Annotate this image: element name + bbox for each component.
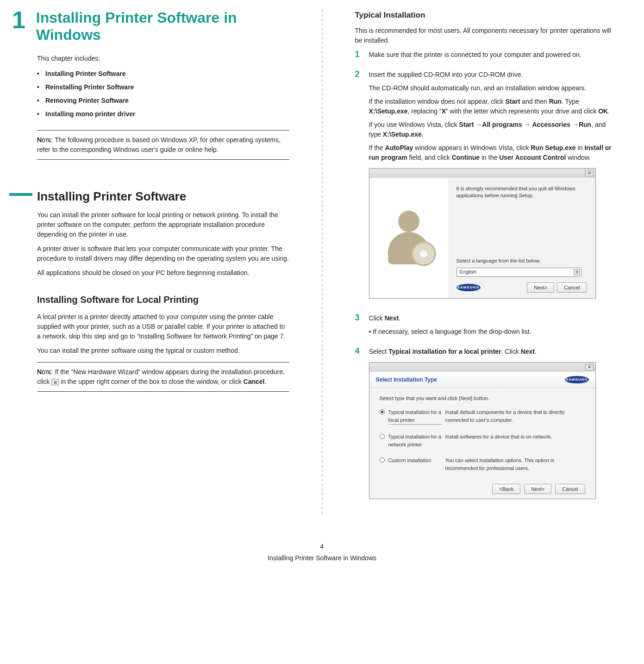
note-text: . [264, 378, 266, 385]
language-label: Select a language from the list below. [456, 257, 587, 265]
step-text: If the installation window does not appe… [369, 97, 617, 116]
section-title: Installing Printer Software [37, 188, 289, 206]
cancel-button[interactable]: Cancel [555, 484, 585, 494]
samsung-logo: SAMSUNG [456, 284, 481, 291]
language-value: English [460, 268, 476, 276]
dialog-illustration [369, 178, 448, 298]
close-icon[interactable]: ✕ [585, 364, 594, 370]
section-stripe-icon [9, 193, 32, 196]
step-text: The CD-ROM should automatically run, and… [369, 83, 617, 93]
page-number: 4 [28, 542, 616, 551]
dialog-titlebar: ✕ [369, 363, 595, 372]
local-note: Note: If the “New Hardware Wizard” windo… [37, 362, 289, 392]
radio-icon[interactable] [380, 409, 385, 414]
step-text: If you use Windows Vista, click Start →A… [369, 120, 617, 139]
chapter-note: Note: The following procedure is based o… [37, 130, 289, 160]
body-text: A printer driver is software that lets y… [37, 244, 289, 263]
dialog-titlebar: ✕ [369, 169, 595, 178]
option-row[interactable]: Typical installation for a local printer… [380, 408, 585, 425]
toc-item[interactable]: Reinstalling Printer Software [37, 82, 289, 92]
radio-icon[interactable] [380, 457, 385, 463]
cancel-button[interactable]: Cancel [557, 282, 587, 293]
note-text: in the upper right corner of the box to … [59, 378, 243, 385]
back-button[interactable]: <Back [492, 484, 520, 494]
step-bullet: • If necessary, select a language from t… [369, 327, 617, 337]
toc-item[interactable]: Installing Printer Software [37, 69, 289, 79]
close-icon[interactable]: ✕ [585, 170, 594, 176]
step-number: 4 [355, 347, 363, 508]
dialog-header-title: Select Installation Type [376, 376, 437, 384]
samsung-logo: SAMSUNG [565, 376, 589, 383]
option-label: Custom installation [388, 457, 442, 464]
body-text: This is recommended for most users. All … [355, 26, 617, 45]
chevron-down-icon[interactable]: ▾ [574, 269, 580, 276]
step-text: Click Next. [369, 313, 617, 323]
body-text: A local printer is a printer directly at… [37, 312, 289, 341]
radio-icon[interactable] [380, 434, 385, 439]
step-number: 1 [355, 50, 363, 63]
step-number: 2 [355, 70, 363, 307]
running-title: Installing Printer Software in Windows [28, 553, 616, 563]
installer-language-dialog: ✕ It is strongly recom [369, 168, 596, 299]
close-icon: ✕ [51, 379, 59, 385]
subsection-title: Installing Software for Local Printing [37, 293, 289, 307]
toc-item[interactable]: Removing Printer Software [37, 96, 289, 106]
option-label: Typical installation for a local printer [388, 408, 442, 425]
language-select[interactable]: English ▾ [456, 268, 581, 277]
step-number: 3 [355, 313, 363, 340]
select-installation-type-dialog: ✕ Select Installation Type SAMSUNG Selec… [369, 362, 596, 500]
note-label: Note [37, 368, 51, 376]
step-text: Make sure that the printer is connected … [369, 50, 617, 60]
body-text: All applications should be closed on you… [37, 268, 289, 278]
dialog-subtitle: Select type that you want and click [Nex… [380, 395, 585, 402]
cancel-label: Cancel [244, 378, 265, 385]
step-text: If the AutoPlay window appears in Window… [369, 143, 617, 163]
note-label: Note [37, 136, 51, 144]
body-text: You can install the printer software for… [37, 210, 289, 239]
option-row[interactable]: Typical installation for a network print… [380, 433, 585, 448]
step-text: Insert the supplied CD-ROM into your CD-… [369, 70, 617, 80]
chapter-number: 1 [12, 9, 28, 31]
step-text: Select Typical installation for a local … [369, 347, 617, 357]
option-description: Install default components for a device … [445, 408, 585, 424]
body-text: You can install the printer software usi… [37, 346, 289, 356]
option-description: You can select installation options. Thi… [445, 457, 585, 472]
next-button[interactable]: Next> [524, 484, 551, 494]
page-footer: 4 Installing Printer Software in Windows [28, 542, 616, 563]
note-text: : The following procedure is based on Wi… [37, 136, 281, 153]
option-row[interactable]: Custom installation You can select insta… [380, 457, 585, 472]
toc-item[interactable]: Installing mono printer driver [37, 109, 289, 119]
option-label: Typical installation for a network print… [388, 433, 442, 448]
dialog-message: It is strongly recommended that you quit… [456, 185, 587, 200]
chapter-title: Installing Printer Software in Windows [36, 9, 289, 44]
column-divider [322, 9, 323, 514]
option-description: Install softwares for a device that is o… [445, 433, 585, 441]
chapter-toc: Installing Printer Software Reinstalling… [37, 69, 289, 119]
chapter-intro: This chapter includes: [37, 54, 289, 63]
next-button[interactable]: Next> [527, 282, 554, 293]
typical-installation-title: Typical Installation [355, 9, 617, 21]
